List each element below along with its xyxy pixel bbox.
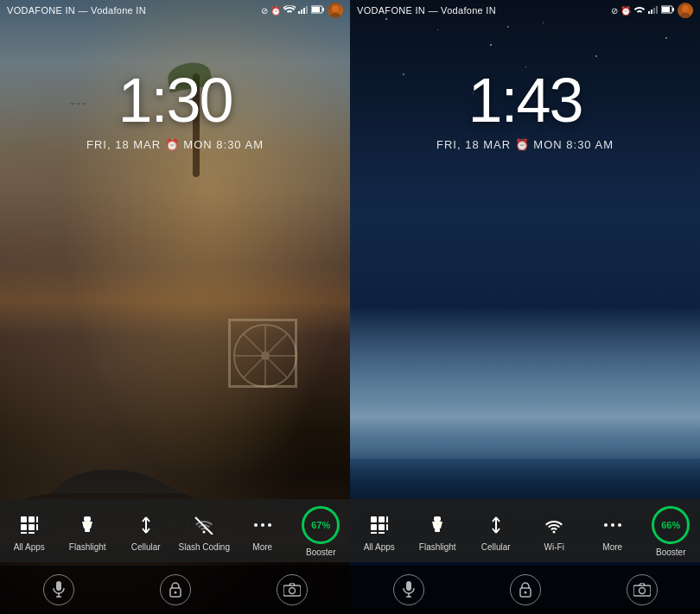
right-screen: VODAFONE IN — Vodafone IN ⊘ ⏰ 1:43 FRI, … [350, 0, 700, 614]
svg-point-65 [604, 523, 608, 527]
right-date: FRI, 18 MAR [436, 138, 511, 151]
right-alarm: MON 8:30 AM [533, 138, 614, 151]
svg-point-34 [261, 523, 264, 527]
svg-point-18 [330, 13, 340, 18]
dock-all-apps-right[interactable]: All Apps [350, 511, 409, 552]
svg-point-31 [203, 531, 206, 534]
dock-booster-right[interactable]: 66% Booster [642, 506, 701, 557]
left-nav-bar [0, 566, 350, 614]
svg-point-33 [254, 523, 258, 527]
svg-rect-22 [21, 524, 27, 530]
svg-point-64 [553, 531, 556, 534]
svg-point-66 [611, 523, 614, 527]
flashlight-icon-left [73, 511, 101, 539]
wifi-status-icon [283, 5, 296, 16]
svg-rect-29 [84, 516, 91, 522]
dock-cellular-left[interactable]: Cellular [117, 511, 175, 552]
right-alarm-icon-clock: ⏰ [515, 138, 534, 151]
left-status-icons: ⊘ ⏰ [261, 3, 343, 18]
left-date-alarm: FRI, 18 MAR ⏰ MON 8:30 AM [0, 138, 350, 151]
left-alarm: MON 8:30 AM [183, 138, 264, 151]
svg-rect-53 [379, 516, 385, 522]
dock-all-apps-left[interactable]: All Apps [0, 511, 59, 552]
right-time: 1:43 [350, 69, 700, 131]
dock-booster-left[interactable]: 67% Booster [292, 506, 351, 557]
all-apps-icon-right [366, 511, 393, 539]
booster-icon-left: 67% [302, 506, 340, 544]
svg-rect-62 [434, 516, 441, 522]
svg-rect-15 [322, 8, 324, 11]
right-battery-icon [661, 5, 675, 16]
right-quick-dock: All Apps Flashlight Cellular [350, 499, 700, 562]
svg-point-51 [680, 13, 690, 18]
left-camera-btn[interactable] [277, 574, 308, 605]
svg-point-63 [436, 522, 439, 526]
svg-point-67 [618, 523, 621, 527]
right-alarm-icon: ⏰ [620, 6, 631, 16]
left-clock-area: 1:30 FRI, 18 MAR ⏰ MON 8:30 AM [0, 69, 350, 151]
svg-rect-44 [651, 9, 652, 14]
left-alarm-icon: ⏰ [165, 138, 184, 151]
dock-slash-coding-left[interactable]: Slash Coding [175, 511, 234, 552]
svg-rect-28 [85, 529, 90, 532]
svg-rect-12 [303, 8, 305, 14]
right-avatar [678, 3, 693, 18]
booster-circle-right[interactable]: 66% [652, 506, 690, 544]
right-camera-btn[interactable] [627, 574, 658, 605]
booster-icon-right: 66% [652, 506, 690, 544]
all-apps-label-left: All Apps [14, 542, 45, 552]
right-wifi-icon [633, 5, 646, 16]
wifi-icon-right [540, 511, 568, 539]
battery-icon [311, 5, 325, 16]
left-carrier: VODAFONE IN — Vodafone IN [7, 5, 146, 16]
svg-rect-59 [379, 532, 385, 534]
signal-icon [298, 5, 309, 16]
booster-percent-left: 67% [311, 521, 330, 530]
right-status-bar: VODAFONE IN — Vodafone IN ⊘ ⏰ [350, 0, 700, 21]
cellular-icon-left [132, 511, 160, 539]
left-mic-btn[interactable] [43, 574, 74, 605]
svg-rect-11 [301, 9, 302, 14]
dock-flashlight-left[interactable]: Flashlight [59, 511, 118, 552]
svg-rect-54 [386, 516, 388, 522]
dock-wifi-right[interactable]: Wi-Fi [525, 511, 584, 552]
right-lock-btn[interactable] [510, 574, 541, 605]
flashlight-label-right: Flashlight [419, 542, 456, 552]
left-quick-dock: All Apps Flashlight Cellular [0, 499, 350, 562]
svg-rect-56 [379, 524, 385, 530]
svg-rect-13 [306, 6, 308, 14]
dock-more-left[interactable]: More [233, 511, 292, 552]
booster-label-right: Booster [656, 548, 685, 557]
svg-point-30 [86, 522, 89, 526]
svg-rect-10 [298, 11, 300, 14]
svg-point-17 [332, 5, 339, 12]
left-screen: ⌣ ⌣ ⌣ VODAFONE IN — Vodafone IN ⊘ ⏰ 1:30 [0, 0, 350, 614]
dock-flashlight-right[interactable]: Flashlight [409, 511, 468, 552]
svg-point-74 [639, 588, 645, 594]
more-icon-right [599, 511, 627, 539]
svg-rect-48 [672, 8, 674, 11]
svg-rect-24 [36, 524, 38, 530]
svg-rect-52 [371, 516, 377, 522]
svg-rect-20 [29, 516, 35, 522]
svg-rect-26 [29, 532, 35, 534]
more-icon-left [249, 511, 277, 539]
svg-rect-57 [386, 524, 388, 530]
right-mic-btn[interactable] [393, 574, 424, 605]
svg-rect-36 [56, 581, 61, 591]
dock-more-right[interactable]: More [583, 511, 642, 552]
dock-cellular-right[interactable]: Cellular [467, 511, 525, 552]
svg-rect-49 [662, 7, 670, 12]
left-time: 1:30 [0, 69, 350, 131]
svg-rect-25 [21, 532, 27, 534]
svg-rect-45 [653, 8, 655, 14]
flashlight-icon-right [423, 511, 451, 539]
more-label-left: More [252, 542, 272, 552]
svg-rect-68 [406, 581, 411, 591]
svg-rect-21 [36, 516, 38, 522]
more-label-right: More [602, 542, 622, 552]
booster-circle-left[interactable]: 67% [302, 506, 340, 544]
svg-rect-58 [371, 532, 377, 534]
left-lock-btn[interactable] [160, 574, 191, 605]
right-status-icons: ⊘ ⏰ [611, 3, 693, 18]
